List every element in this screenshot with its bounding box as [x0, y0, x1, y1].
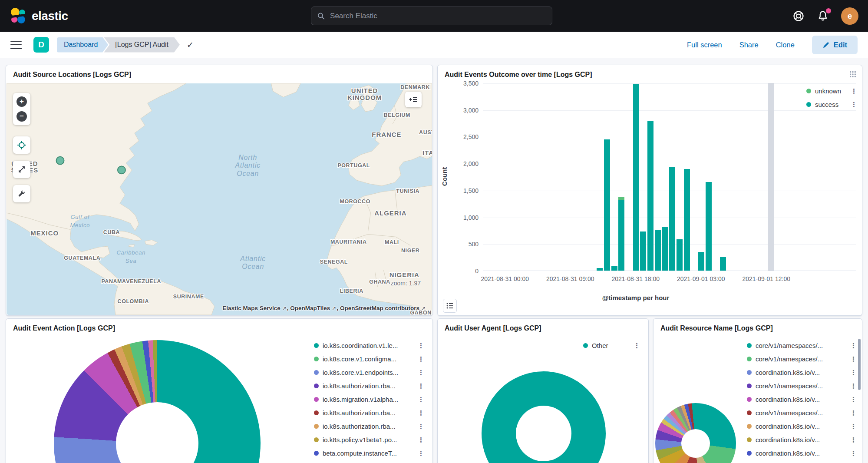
user-avatar[interactable]: e	[841, 7, 858, 25]
legend-options-icon[interactable]: ⋮	[416, 355, 426, 363]
map-tools-button[interactable]	[13, 185, 30, 202]
legend-item[interactable]: unknown⋮	[806, 84, 858, 98]
map-legend-collapse-button[interactable]	[405, 92, 422, 107]
bar-success[interactable]	[647, 121, 653, 271]
legend-scrollbar[interactable]	[858, 339, 861, 390]
panel-title[interactable]: Audit Resource Name [Logs GCP]	[653, 319, 862, 335]
legend-item[interactable]: Other⋮	[583, 339, 641, 352]
panel-title[interactable]: Audit Events Outcome over time [Logs GCP…	[438, 65, 862, 81]
full-screen-button[interactable]: Full screen	[687, 41, 722, 49]
menu-button[interactable]	[10, 41, 22, 49]
legend-item[interactable]: io.k8s.coordination.v1.le...⋮	[314, 339, 426, 352]
bar-success[interactable]	[597, 268, 603, 271]
bar-success[interactable]	[604, 139, 610, 271]
bar-success[interactable]	[618, 200, 624, 271]
legend-options-icon[interactable]: ⋮	[416, 382, 426, 390]
legend-item[interactable]: beta.compute.instanceT...⋮	[314, 446, 426, 460]
legend-item[interactable]: core/v1/namespaces/...⋮	[747, 339, 858, 352]
bar-success[interactable]	[633, 84, 639, 271]
map-marker[interactable]	[118, 166, 125, 174]
bar-success[interactable]	[655, 230, 661, 271]
legend-options-icon[interactable]: ⋮	[849, 87, 858, 95]
panel-title[interactable]: Audit Event Action [Logs GCP]	[6, 319, 432, 335]
bar-success[interactable]	[706, 182, 712, 271]
help-button[interactable]	[792, 10, 805, 22]
legend-item[interactable]: io.k8s.authorization.rba...⋮	[314, 420, 426, 433]
legend-item[interactable]: io.k8s.policy.v1beta1.po...⋮	[314, 433, 426, 446]
legend-toggle-button[interactable]	[443, 299, 457, 313]
legend-item[interactable]: coordination.k8s.io/...⋮	[747, 460, 858, 463]
legend-item[interactable]: io.k8s.migration.v1alpha...⋮	[314, 393, 426, 406]
attribution-link[interactable]: Elastic Maps Service	[222, 305, 281, 311]
notifications-button[interactable]	[817, 10, 829, 22]
legend-options-icon[interactable]: ⋮	[416, 396, 426, 403]
legend-item[interactable]: coordination.k8s.io/v...⋮	[747, 420, 858, 433]
map[interactable]: UNITEDKINGDOMDENMARKBELGIUMFRANCEAUSTRIT…	[7, 83, 432, 315]
elastic-home-link[interactable]: elastic	[10, 0, 68, 32]
legend-options-icon[interactable]: ⋮	[849, 355, 858, 363]
legend-options-icon[interactable]: ⋮	[849, 382, 858, 390]
bar-success[interactable]	[677, 239, 683, 271]
legend-options-icon[interactable]: ⋮	[849, 450, 858, 457]
donut-chart[interactable]	[482, 371, 606, 463]
legend-item[interactable]: google.iam...⋮	[314, 460, 426, 463]
legend-options-icon[interactable]: ⋮	[849, 101, 858, 109]
legend-options-icon[interactable]: ⋮	[632, 342, 641, 350]
legend-item[interactable]: coordination.k8s.io/v...⋮	[747, 433, 858, 446]
legend-swatch	[314, 384, 319, 388]
legend-item[interactable]: io.k8s.authorization.rba...⋮	[314, 406, 426, 420]
search-input[interactable]	[329, 11, 546, 21]
global-search[interactable]	[311, 7, 552, 25]
legend-item[interactable]: io.k8s.core.v1.configma...⋮	[314, 352, 426, 366]
zoom-out-button[interactable]: −	[14, 109, 29, 124]
panel-title[interactable]: Audit Source Locations [Logs GCP]	[6, 65, 432, 81]
legend-options-icon[interactable]: ⋮	[416, 436, 426, 444]
legend-item[interactable]: core/v1/namespaces/...⋮	[747, 379, 858, 393]
legend-options-icon[interactable]: ⋮	[416, 369, 426, 377]
legend-item[interactable]: io.k8s.core.v1.endpoints...⋮	[314, 366, 426, 379]
legend-item[interactable]: core/v1/namespaces/...⋮	[747, 406, 858, 420]
legend-item[interactable]: coordination.k8s.io/v...⋮	[747, 446, 858, 460]
donut-chart[interactable]	[54, 340, 261, 463]
bar-success[interactable]	[698, 252, 704, 271]
legend-options-icon[interactable]: ⋮	[849, 409, 858, 417]
legend-options-icon[interactable]: ⋮	[416, 450, 426, 457]
legend-options-icon[interactable]: ⋮	[416, 409, 426, 417]
legend-item[interactable]: success⋮	[806, 98, 858, 111]
edit-button[interactable]: Edit	[812, 36, 858, 54]
bar-success[interactable]	[669, 167, 675, 271]
panel-options-icon[interactable]	[848, 69, 858, 79]
bar-success[interactable]	[684, 169, 690, 271]
legend-label: io.k8s.core.v1.endpoints...	[323, 369, 413, 376]
bar-success[interactable]	[611, 266, 617, 271]
legend-options-icon[interactable]: ⋮	[849, 423, 858, 430]
donut-chart[interactable]	[655, 403, 736, 463]
bar-success[interactable]	[662, 227, 668, 271]
fit-to-data-button[interactable]	[13, 136, 30, 154]
legend-options-icon[interactable]: ⋮	[849, 396, 858, 403]
bar-success[interactable]	[720, 257, 726, 271]
map-marker[interactable]	[56, 157, 64, 165]
panel-title[interactable]: Audit User Agent [Logs GCP]	[438, 319, 648, 335]
clone-button[interactable]: Clone	[776, 41, 795, 49]
legend-options-icon[interactable]: ⋮	[849, 369, 858, 377]
attribution-link[interactable]: OpenStreetMap contributors	[340, 305, 419, 311]
legend-options-icon[interactable]: ⋮	[849, 436, 858, 444]
share-button[interactable]: Share	[739, 41, 759, 49]
attribution-link[interactable]: OpenMapTiles	[290, 305, 330, 311]
legend-options-icon[interactable]: ⋮	[416, 423, 426, 430]
legend-options-icon[interactable]: ⋮	[416, 342, 426, 350]
check-icon[interactable]: ✓	[187, 40, 194, 50]
legend-item[interactable]: core/v1/namespaces/...⋮	[747, 352, 858, 366]
bar-unknown[interactable]	[618, 197, 624, 200]
legend-swatch	[747, 397, 752, 402]
dashboard-app-badge[interactable]: D	[33, 37, 49, 53]
zoom-in-button[interactable]: +	[14, 94, 29, 109]
legend-item[interactable]: io.k8s.authorization.rba...⋮	[314, 379, 426, 393]
legend-options-icon[interactable]: ⋮	[849, 342, 858, 350]
breadcrumb-dashboard[interactable]: Dashboard	[57, 37, 108, 53]
bar-success[interactable]	[640, 232, 646, 271]
legend-item[interactable]: coordination.k8s.io/v...⋮	[747, 366, 858, 379]
legend-item[interactable]: coordination.k8s.io/v...⋮	[747, 393, 858, 406]
expand-map-button[interactable]	[13, 161, 30, 178]
